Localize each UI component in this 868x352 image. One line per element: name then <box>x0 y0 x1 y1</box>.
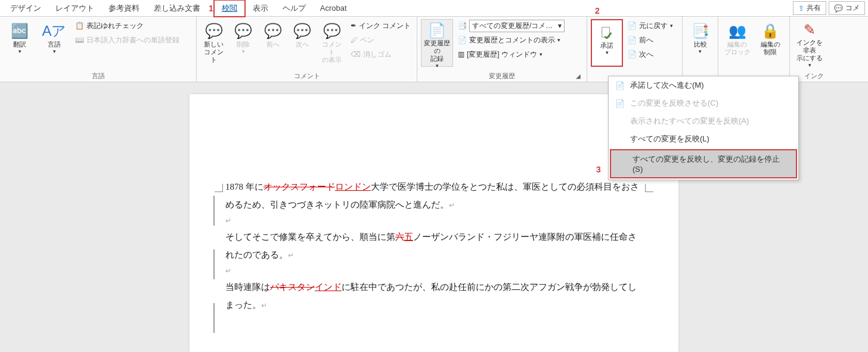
menu-accept-shown: 表示されたすべての変更を反映(A) <box>609 112 798 130</box>
annotation-1: 1 <box>209 4 213 13</box>
accept-dropdown-menu: 📄承諾して次へ進む(M) 📄この変更を反映させる(C) 表示されたすべての変更を… <box>608 76 799 180</box>
margin-corner-right <box>645 184 653 192</box>
compare-button[interactable]: 📑比較▾ <box>686 19 714 67</box>
tab-view[interactable]: 表示 <box>246 1 275 16</box>
next-change-button[interactable]: 📄次へ <box>625 48 675 61</box>
track-icon: 📄 <box>428 22 446 39</box>
new-comment-button[interactable]: 💬新しい コメント <box>200 19 228 67</box>
next-comment-button[interactable]: 💬次へ <box>289 19 317 67</box>
eraser-icon: ⌫ <box>351 50 361 58</box>
accept-icon <box>600 23 613 42</box>
lock-icon: 🔒 <box>761 21 779 41</box>
annotation-2: 2 <box>595 6 600 16</box>
group-label-ink: インク <box>793 70 834 81</box>
tab-mailings[interactable]: 差し込み文書 <box>147 1 207 16</box>
paragraph-1: 1878 年にオックスフォードロンドン大学で医学博士の学位をとつた私は、軍医とし… <box>225 178 643 214</box>
show-comments-button[interactable]: 💬コメント の表示 <box>318 19 346 67</box>
delete-comment-icon: 💬 <box>234 21 252 41</box>
reject-icon: 📄 <box>628 21 637 30</box>
hide-ink-icon: ✎ <box>804 21 816 39</box>
change-bar <box>213 196 215 226</box>
annotation-3: 3 <box>596 165 601 174</box>
check-icon: 📋 <box>75 21 84 30</box>
deleted-text: 六 <box>395 232 404 242</box>
track-changes-button[interactable]: 📄変更履歴の 記録▾ <box>421 19 453 67</box>
ribbon: 🔤 翻訳▾ Aア 言語▾ 📋表記ゆれチェック 📖日本語入力辞書への単語登録 言語… <box>0 17 868 82</box>
paragraph-mark: ↵ <box>225 214 643 228</box>
paragraph-mark: ↵ <box>261 301 267 310</box>
next-comment-icon: 💬 <box>293 21 311 41</box>
accept-next-icon: 📄 <box>615 81 625 90</box>
language-button[interactable]: Aア 言語▾ <box>38 19 70 67</box>
tab-acrobat[interactable]: Acrobat <box>313 1 354 15</box>
translate-button[interactable]: 🔤 翻訳▾ <box>4 19 36 67</box>
dictionary-icon: 📖 <box>75 36 84 44</box>
share-button[interactable]: ⇪共有 <box>793 1 826 15</box>
pane-icon: ▥ <box>458 50 464 58</box>
block-authors-button[interactable]: 👥編集の ブロック <box>722 19 753 67</box>
menu-accept-this: 📄この変更を反映させる(C) <box>609 94 798 112</box>
new-comment-icon: 💬 <box>205 21 223 41</box>
menu-accept-and-next[interactable]: 📄承諾して次へ進む(M) <box>609 76 798 94</box>
change-bar <box>213 303 215 333</box>
reject-button[interactable]: 📄元に戻す ▾ <box>625 19 675 32</box>
ink-comment-button[interactable]: ✒インク コメント <box>348 19 413 32</box>
paragraph-mark: ↵ <box>225 264 643 278</box>
ime-dictionary-button[interactable]: 📖日本語入力辞書への単語登録 <box>73 33 182 47</box>
display-for-review-combo[interactable]: 📑すべての変更履歴/コメ…▾ <box>455 19 567 32</box>
menu-accept-all-stop[interactable]: すべての変更を反映し、変更の記録を停止(S) <box>610 149 797 178</box>
compare-icon: 📑 <box>692 21 709 41</box>
inserted-text: ロンドン <box>335 182 371 192</box>
hide-ink-button[interactable]: ✎インクを非表 示にする▾ <box>793 19 826 67</box>
inserted-text: インド <box>315 282 342 292</box>
show-markup-button[interactable]: 📄変更履歴とコメントの表示 ▾ <box>455 33 567 47</box>
paragraph-mark: ↵ <box>449 201 455 209</box>
next-change-icon: 📄 <box>628 50 637 58</box>
language-icon: Aア <box>42 21 66 41</box>
menu-accept-all[interactable]: すべての変更を反映(L) <box>609 130 798 148</box>
prev-change-button[interactable]: 📄前へ <box>625 33 675 47</box>
prev-change-icon: 📄 <box>628 36 637 44</box>
reviewing-pane-button[interactable]: ▥[変更履歴] ウィンドウ ▾ <box>455 48 567 61</box>
combo-icon: 📑 <box>458 21 467 30</box>
accept-this-icon: 📄 <box>615 99 625 108</box>
tab-references[interactable]: 参考資料 <box>101 1 147 16</box>
prev-comment-icon: 💬 <box>264 21 282 41</box>
restrict-editing-button[interactable]: 🔒編集の 制限 <box>755 19 786 67</box>
block-icon: 👥 <box>728 21 746 41</box>
comment-icon: 💬 <box>834 4 843 13</box>
tab-help[interactable]: ヘルプ <box>275 1 313 16</box>
document-page[interactable]: 1878 年にオックスフォードロンドン大学で医学博士の学位をとつた私は、軍医とし… <box>190 94 678 352</box>
change-bar <box>213 249 215 279</box>
deleted-text: パキスタン <box>270 282 315 292</box>
tracking-dialog-launcher[interactable]: ◢ <box>576 73 581 79</box>
deleted-text: オックスフォード <box>264 182 335 192</box>
group-label-comments: コメント <box>200 70 413 81</box>
eraser-button[interactable]: ⌫消しゴム <box>348 48 413 61</box>
inserted-text: 五 <box>404 232 413 242</box>
tab-layout[interactable]: レイアウト <box>48 1 101 16</box>
translate-icon: 🔤 <box>11 21 29 41</box>
group-label-language: 言語 <box>4 70 193 81</box>
share-icon: ⇪ <box>798 4 804 13</box>
comments-button[interactable]: 💬コメ <box>829 1 865 15</box>
pen-icon: 🖊 <box>351 36 358 44</box>
accept-button[interactable]: 承諾▾ <box>591 19 623 67</box>
delete-comment-button[interactable]: 💬削除▾ <box>230 19 258 67</box>
show-comments-icon: 💬 <box>323 21 341 41</box>
ink-icon: ✒ <box>351 21 356 30</box>
margin-corner-left <box>215 184 223 192</box>
paragraph-2: そしてそこで修業を卒えてから、順当に第六五ノーザンバランド・フジリーヤ連隊附の軍… <box>225 228 643 264</box>
chevron-down-icon: ▾ <box>558 21 562 30</box>
paragraph-3: 当時連隊はパキスタンインドに駐在中であつたが、私の赴任前にかの第二次アフガン戦争… <box>225 278 643 314</box>
tab-design[interactable]: デザイン <box>3 1 48 16</box>
spelling-consistency-button[interactable]: 📋表記ゆれチェック <box>73 19 182 32</box>
tab-review[interactable]: 校閲 <box>213 0 246 17</box>
group-label-tracking: 変更履歴◢ <box>421 70 583 81</box>
markup-icon: 📄 <box>458 36 467 44</box>
pen-button[interactable]: 🖊ペン <box>348 33 413 47</box>
paragraph-mark: ↵ <box>288 251 294 260</box>
prev-comment-button[interactable]: 💬前へ <box>259 19 287 67</box>
